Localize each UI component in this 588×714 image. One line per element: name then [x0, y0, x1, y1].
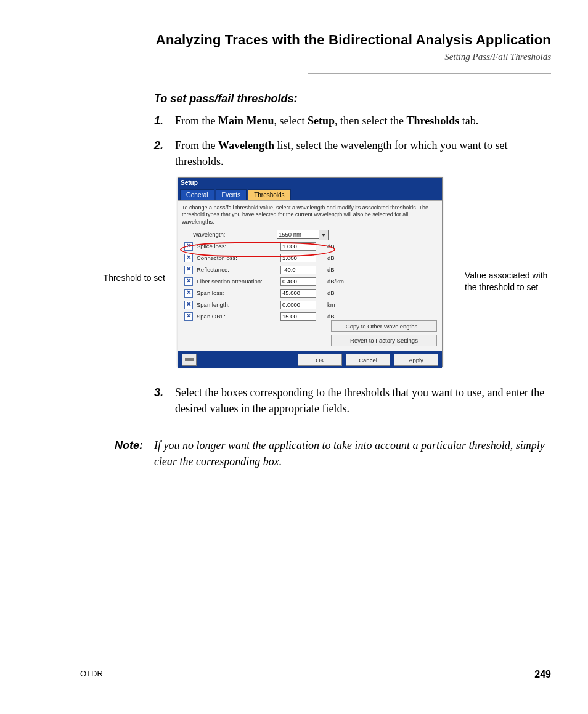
after-screenshot-text: 3. Select the boxes corresponding to the… [154, 384, 551, 469]
dialog-tabs: General Events Thresholds [178, 187, 442, 200]
step-text: From the Wavelength list, select the wav… [175, 137, 551, 169]
note-block: Note: If you no longer want the applicat… [154, 437, 551, 469]
callout-line-right [451, 275, 465, 275]
side-buttons: Copy to Other Wavelengths... Revert to F… [331, 320, 437, 346]
tab-thresholds[interactable]: Thresholds [248, 189, 290, 200]
splice-loss-input[interactable] [280, 242, 316, 251]
unit-label: dB [327, 290, 348, 296]
step-2: 2. From the Wavelength list, select the … [154, 137, 551, 169]
step-number: 2. [154, 137, 166, 169]
checkbox-connector-loss[interactable]: ✕ [184, 254, 193, 262]
threshold-row: ✕ Reflectance: dB [182, 264, 438, 275]
threshold-label: Fiber section attenuation: [197, 278, 280, 285]
threshold-row: ✕ Fiber section attenuation: dB/km [182, 276, 438, 287]
unit-label: dB [327, 243, 348, 249]
factory-revert-button[interactable]: Revert to Factory Settings [331, 335, 437, 346]
keyboard-icon[interactable] [182, 354, 197, 366]
callout-threshold-to-set: Threshold to set [79, 273, 165, 283]
threshold-label: Connector loss: [197, 254, 280, 261]
threshold-label: Span loss: [197, 290, 280, 296]
unit-label: dB/km [327, 278, 348, 285]
step-3: 3. Select the boxes corresponding to the… [154, 384, 551, 416]
footer-product: OTDR [80, 669, 103, 680]
wavelength-label: Wavelength: [193, 231, 277, 238]
note-body: If you no longer want the application to… [154, 437, 551, 469]
step-text: Select the boxes corresponding to the th… [175, 384, 551, 416]
page-header: Analyzing Traces with the Bidirectional … [80, 32, 551, 62]
threshold-row: ✕ Span length: km [182, 299, 438, 310]
dialog-description: To change a pass/fail threshold value, s… [182, 205, 438, 225]
checkbox-span-orl[interactable]: ✕ [184, 312, 193, 321]
ok-button[interactable]: OK [298, 354, 342, 366]
page-footer: OTDR 249 [80, 665, 551, 680]
body-text: To set pass/fail thresholds: 1. From the… [154, 92, 551, 178]
step-number: 3. [154, 384, 166, 416]
threshold-label: Span ORL: [197, 313, 280, 320]
chevron-down-icon[interactable] [319, 230, 329, 240]
footer-buttons: OK Cancel Apply [298, 354, 438, 366]
apply-button[interactable]: Apply [394, 354, 438, 366]
threshold-label: Span length: [197, 301, 280, 308]
unit-label: dB [327, 254, 348, 261]
tab-events[interactable]: Events [216, 189, 247, 200]
threshold-row: ✕ Splice loss: dB [182, 241, 438, 252]
page: Analyzing Traces with the Bidirectional … [0, 0, 588, 714]
setup-dialog: Setup General Events Thresholds To chang… [178, 177, 443, 367]
span-length-input[interactable] [280, 301, 316, 309]
checkbox-reflectance[interactable]: ✕ [184, 266, 193, 274]
span-loss-input[interactable] [280, 289, 316, 298]
threshold-label: Splice loss: [197, 243, 280, 249]
doc-title: Analyzing Traces with the Bidirectional … [80, 32, 551, 48]
connector-loss-input[interactable] [280, 254, 316, 262]
page-number: 249 [534, 669, 551, 680]
wavelength-select[interactable]: 1550 nm [277, 230, 320, 239]
checkbox-span-loss[interactable]: ✕ [184, 289, 193, 298]
step-text: From the Main Menu, select Setup, then s… [175, 113, 551, 129]
header-rule [308, 73, 551, 74]
threshold-row: ✕ Span loss: dB [182, 288, 438, 299]
checkbox-splice-loss[interactable]: ✕ [184, 242, 193, 251]
doc-subtitle: Setting Pass/Fail Thresholds [80, 52, 551, 62]
dialog-title: Setup [178, 178, 442, 187]
tab-general[interactable]: General [180, 189, 214, 200]
fiber-atten-input[interactable] [280, 277, 316, 286]
cancel-button[interactable]: Cancel [346, 354, 390, 366]
span-orl-input[interactable] [280, 312, 316, 321]
step-1: 1. From the Main Menu, select Setup, the… [154, 113, 551, 129]
checkbox-span-length[interactable]: ✕ [184, 301, 193, 309]
wavelength-value: 1550 nm [279, 231, 301, 238]
threshold-label: Reflectance: [197, 266, 280, 273]
wavelength-row: Wavelength: 1550 nm [182, 229, 438, 240]
unit-label: dB [327, 313, 348, 320]
callout-value-associated: Value associated with the threshold to s… [465, 270, 557, 293]
screenshot-area: Threshold to set Value associated with t… [79, 177, 557, 368]
dialog-body: To change a pass/fail threshold value, s… [178, 200, 442, 351]
unit-label: km [327, 301, 348, 308]
note-label: Note: [110, 437, 143, 469]
checkbox-fiber-atten[interactable]: ✕ [184, 277, 193, 286]
step-number: 1. [154, 113, 166, 129]
unit-label: dB [327, 266, 348, 273]
copy-wavelengths-button[interactable]: Copy to Other Wavelengths... [331, 320, 437, 332]
dialog-footer: OK Cancel Apply [178, 351, 442, 368]
procedure-title: To set pass/fail thresholds: [154, 92, 551, 105]
reflectance-input[interactable] [280, 266, 316, 274]
threshold-row: ✕ Connector loss: dB [182, 253, 438, 264]
